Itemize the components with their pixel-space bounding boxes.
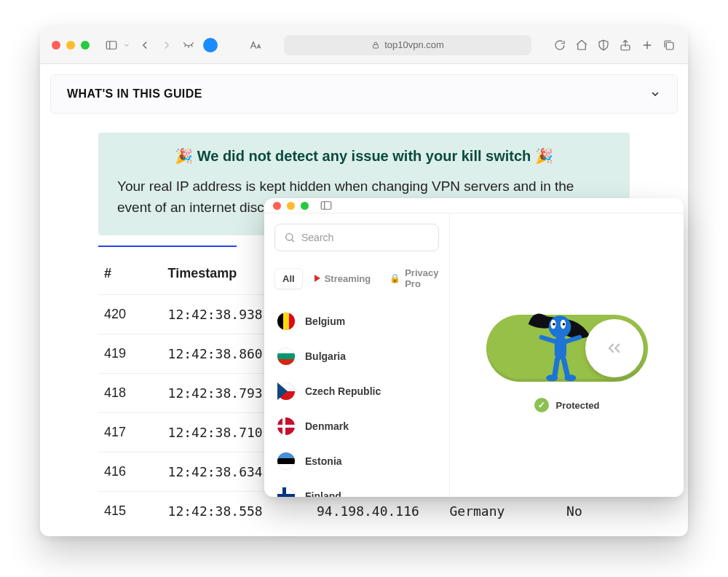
cell: No: [561, 492, 630, 531]
country-item[interactable]: Belgium: [274, 304, 439, 339]
vpn-right-panel: ✓ Protected: [449, 213, 684, 497]
text-size-icon[interactable]: [248, 38, 263, 52]
svg-point-18: [553, 323, 555, 326]
cell: 12:42:38.558: [162, 492, 311, 531]
flag-icon: [277, 348, 295, 365]
onepassword-icon[interactable]: [203, 38, 218, 52]
wiper-icon[interactable]: [181, 38, 196, 52]
chevrons-left-icon: [604, 338, 625, 358]
sidebar-toggle-icon[interactable]: [319, 198, 333, 213]
tabs-overview-icon[interactable]: [662, 38, 676, 52]
status-text: Protected: [556, 400, 600, 411]
country-label: Estonia: [305, 455, 342, 467]
country-item[interactable]: Bulgaria: [274, 339, 439, 374]
refresh-icon[interactable]: [553, 38, 567, 52]
vpn-app-window: Search All Streaming 🔒Privacy Pro Belgiu…: [264, 198, 684, 497]
url-host-text: top10vpn.com: [384, 39, 444, 50]
cell: 417: [98, 413, 162, 452]
country-label: Czech Republic: [305, 385, 381, 397]
cell: 94.198.40.116: [311, 492, 444, 531]
search-placeholder: Search: [301, 232, 333, 243]
country-item[interactable]: Denmark: [274, 409, 439, 444]
maximize-window-icon[interactable]: [81, 41, 90, 50]
country-item[interactable]: Estonia: [274, 444, 439, 479]
svg-rect-10: [666, 42, 673, 50]
col-index: #: [98, 257, 162, 295]
browser-toolbar: top10vpn.com: [40, 26, 688, 64]
cell: 416: [98, 452, 162, 492]
guide-accordion[interactable]: WHAT'S IN THIS GUIDE: [50, 74, 678, 114]
table-row: 41512:42:38.55894.198.40.116GermanyNo: [98, 492, 630, 531]
cell: Germany: [443, 492, 561, 531]
mascot-icon: [527, 305, 593, 383]
close-window-icon[interactable]: [52, 41, 60, 50]
flag-icon: [277, 382, 295, 400]
country-label: Denmark: [305, 420, 349, 432]
chevron-down-icon: [649, 88, 661, 100]
svg-line-14: [292, 240, 294, 242]
play-icon: [314, 275, 320, 282]
vpn-titlebar: [264, 198, 684, 213]
window-controls: [52, 41, 90, 50]
toggle-knob: [585, 319, 644, 377]
svg-rect-20: [554, 336, 566, 359]
notice-headline: 🎉 We did not detect any issue with your …: [117, 147, 611, 165]
home-icon[interactable]: [574, 38, 589, 52]
shield-icon[interactable]: [596, 38, 611, 52]
svg-rect-5: [373, 44, 379, 48]
close-window-icon[interactable]: [273, 202, 281, 210]
check-icon: ✓: [534, 398, 549, 412]
svg-rect-0: [106, 41, 116, 49]
guide-title: WHAT'S IN THIS GUIDE: [67, 87, 202, 101]
cell: 420: [98, 295, 162, 334]
tab-privacy-pro[interactable]: 🔒Privacy Pro: [382, 263, 446, 294]
tab-all[interactable]: All: [274, 268, 303, 289]
tab-streaming[interactable]: Streaming: [307, 269, 379, 288]
sidebar-toggle-icon[interactable]: [104, 38, 119, 52]
svg-point-22: [564, 374, 576, 381]
svg-line-4: [191, 44, 193, 47]
new-tab-icon[interactable]: [640, 38, 654, 52]
connection-toggle[interactable]: [486, 315, 648, 382]
svg-point-19: [562, 323, 565, 326]
flag-icon: [277, 452, 295, 470]
minimize-window-icon[interactable]: [66, 41, 75, 50]
cell: 419: [98, 334, 162, 374]
country-label: Bulgaria: [305, 350, 346, 362]
flag-icon: [277, 313, 295, 330]
svg-point-13: [286, 234, 293, 240]
url-bar[interactable]: top10vpn.com: [284, 35, 531, 55]
filter-tabs: All Streaming 🔒Privacy Pro: [274, 263, 439, 294]
country-item[interactable]: Czech Republic: [274, 374, 439, 409]
share-icon[interactable]: [618, 38, 633, 52]
svg-point-21: [546, 374, 558, 381]
maximize-window-icon[interactable]: [301, 202, 309, 210]
vpn-left-panel: Search All Streaming 🔒Privacy Pro Belgiu…: [264, 213, 449, 497]
minimize-window-icon[interactable]: [287, 202, 295, 210]
svg-line-2: [185, 44, 186, 47]
country-item[interactable]: Finland: [274, 479, 439, 497]
search-input[interactable]: Search: [274, 224, 439, 251]
lock-icon: [371, 41, 380, 50]
country-label: Finland: [305, 490, 341, 497]
country-list: BelgiumBulgariaCzech RepublicDenmarkEsto…: [274, 304, 439, 497]
table-accent: [98, 246, 237, 247]
country-label: Belgium: [305, 315, 345, 327]
chevron-down-icon[interactable]: [123, 42, 130, 49]
svg-rect-11: [321, 202, 331, 210]
connection-status: ✓ Protected: [534, 398, 600, 412]
flag-icon: [277, 417, 295, 435]
flag-icon: [277, 487, 295, 497]
cell: 415: [98, 492, 162, 531]
back-icon[interactable]: [138, 38, 152, 52]
forward-icon[interactable]: [159, 38, 174, 52]
cell: 418: [98, 374, 162, 413]
lock-icon: 🔒: [389, 273, 400, 283]
search-icon: [284, 232, 296, 243]
